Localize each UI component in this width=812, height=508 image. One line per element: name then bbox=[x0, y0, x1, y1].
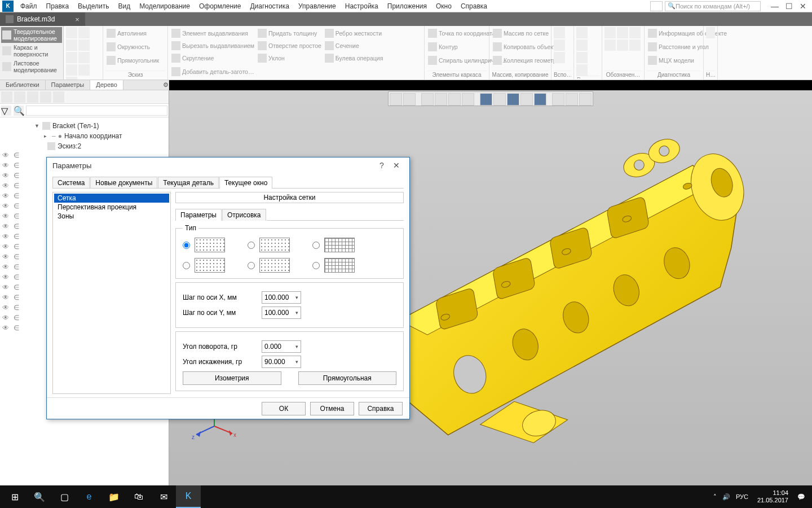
ribbon-btn[interactable] bbox=[66, 27, 77, 38]
tray-chevron-icon[interactable]: ˄ bbox=[713, 493, 717, 501]
angle-dist-select[interactable]: 90.000▾ bbox=[262, 356, 301, 368]
vp-tool[interactable] bbox=[435, 93, 447, 106]
subtab-rendering[interactable]: Отрисовка bbox=[222, 209, 266, 221]
dialog-titlebar[interactable]: Параметры ? ✕ bbox=[47, 157, 409, 173]
search-taskbar-icon[interactable]: 🔍 bbox=[27, 485, 52, 508]
vp-tool[interactable] bbox=[403, 93, 416, 106]
minimize-button[interactable]: — bbox=[771, 2, 779, 11]
subtab-params[interactable]: Параметры bbox=[175, 209, 222, 221]
eye-icon[interactable]: 👁 bbox=[2, 182, 10, 190]
ribbon-btn[interactable] bbox=[66, 77, 77, 80]
eye-icon[interactable]: 👁 bbox=[2, 192, 10, 200]
tree-tool[interactable] bbox=[1, 91, 12, 103]
step-x-select[interactable]: 100.000▾ bbox=[262, 291, 301, 304]
eye-icon[interactable]: 👁 bbox=[2, 233, 10, 240]
close-tab-icon[interactable]: × bbox=[75, 15, 80, 24]
taskbar-clock[interactable]: 11:04 21.05.2017 bbox=[754, 489, 792, 504]
element-icon[interactable]: ∈ bbox=[14, 314, 21, 322]
ribbon-btn[interactable] bbox=[576, 40, 588, 51]
grid-type-4[interactable] bbox=[183, 258, 225, 273]
menu-file[interactable]: Файл bbox=[16, 1, 42, 11]
tab-parameters[interactable]: Параметры bbox=[46, 80, 91, 90]
rectangular-button[interactable]: Прямоугольная bbox=[298, 371, 397, 385]
menu-settings[interactable]: Настройка bbox=[341, 1, 383, 11]
element-icon[interactable]: ∈ bbox=[14, 172, 21, 179]
element-icon[interactable]: ∈ bbox=[14, 212, 21, 220]
ok-button[interactable]: ОК bbox=[262, 402, 306, 415]
cat-perspective[interactable]: Перспективная проекция bbox=[54, 203, 169, 212]
eye-icon[interactable]: 👁 bbox=[2, 263, 10, 271]
element-icon[interactable]: ∈ bbox=[14, 243, 21, 251]
vp-tool[interactable] bbox=[520, 93, 533, 106]
tool-rect[interactable]: Прямоугольник bbox=[105, 54, 160, 67]
help-button[interactable]: Справка bbox=[359, 402, 403, 415]
ribbon-btn[interactable] bbox=[66, 64, 77, 76]
new-doc-icon[interactable] bbox=[650, 1, 663, 11]
vp-tool[interactable] bbox=[566, 93, 578, 106]
cancel-button[interactable]: Отмена bbox=[310, 402, 354, 415]
menu-view[interactable]: Вид bbox=[113, 1, 135, 11]
search-icon[interactable]: 🔍 bbox=[14, 106, 24, 116]
tool-thicken[interactable]: Придать толщину bbox=[257, 27, 323, 40]
tool-draft[interactable]: Уклон bbox=[257, 52, 323, 64]
ribbon-btn[interactable] bbox=[629, 40, 641, 51]
ribbon-btn[interactable] bbox=[66, 52, 77, 63]
eye-icon[interactable]: 👁 bbox=[2, 161, 10, 169]
tray-lang[interactable]: РУС bbox=[736, 493, 748, 500]
eye-icon[interactable]: 👁 bbox=[2, 304, 10, 312]
grid-type-6[interactable] bbox=[312, 258, 355, 273]
mail-icon[interactable]: ✉ bbox=[151, 485, 176, 508]
ribbon-btn[interactable] bbox=[604, 40, 616, 51]
element-icon[interactable]: ∈ bbox=[14, 233, 21, 240]
ribbon-btn[interactable] bbox=[554, 27, 565, 38]
tool-circle[interactable]: Окружность bbox=[105, 41, 160, 53]
element-icon[interactable]: ∈ bbox=[14, 263, 21, 271]
element-icon[interactable]: ∈ bbox=[14, 151, 21, 159]
element-icon[interactable]: ∈ bbox=[14, 283, 21, 291]
ribbon-btn[interactable] bbox=[78, 52, 90, 63]
vp-tool[interactable] bbox=[448, 93, 461, 106]
ribbon-btn[interactable] bbox=[617, 27, 628, 38]
tool-autoline[interactable]: Автолиния bbox=[105, 27, 160, 40]
ribbon-btn[interactable] bbox=[554, 40, 565, 51]
ribbon-btn[interactable] bbox=[78, 64, 90, 76]
tree-tool[interactable] bbox=[40, 91, 51, 103]
command-search[interactable]: 🔍 Поиск по командам (Alt+/) bbox=[665, 1, 761, 11]
filter-icon[interactable]: ▽ bbox=[1, 106, 11, 116]
ribbon-btn[interactable] bbox=[78, 27, 90, 38]
vp-tool[interactable] bbox=[480, 93, 492, 106]
mode-sheet[interactable]: Листовое моделирование bbox=[1, 59, 62, 75]
tab-tree[interactable]: Дерево bbox=[90, 80, 123, 90]
eye-icon[interactable]: 👁 bbox=[2, 314, 10, 322]
element-icon[interactable]: ∈ bbox=[14, 253, 21, 261]
tool-hole[interactable]: Отверстие простое bbox=[257, 40, 323, 52]
menu-edit[interactable]: Правка bbox=[42, 1, 74, 11]
menu-help[interactable]: Справка bbox=[456, 1, 492, 11]
tool-extrude[interactable]: Элемент выдавливания bbox=[170, 27, 255, 40]
explorer-icon[interactable]: 📁 bbox=[102, 485, 126, 508]
tool-fillet[interactable]: Скругление bbox=[170, 52, 255, 64]
ribbon-btn[interactable] bbox=[629, 27, 641, 38]
tool-boolean[interactable]: Булева операция bbox=[324, 52, 384, 64]
ribbon-btn[interactable] bbox=[576, 64, 588, 76]
eye-icon[interactable]: 👁 bbox=[2, 294, 10, 301]
ribbon-btn[interactable] bbox=[66, 40, 77, 51]
panel-settings-icon[interactable]: ⚙ bbox=[157, 80, 169, 90]
cat-zones[interactable]: Зоны bbox=[54, 212, 169, 221]
vp-tool[interactable] bbox=[462, 93, 474, 106]
document-tab[interactable]: Bracket.m3d × bbox=[0, 12, 85, 26]
element-icon[interactable]: ∈ bbox=[14, 304, 21, 312]
menu-window[interactable]: Окно bbox=[431, 1, 456, 11]
eye-icon[interactable]: 👁 bbox=[2, 253, 10, 261]
element-icon[interactable]: ∈ bbox=[14, 202, 21, 210]
ribbon-btn[interactable] bbox=[576, 27, 588, 38]
grid-type-2[interactable] bbox=[248, 238, 290, 252]
element-icon[interactable]: ∈ bbox=[14, 222, 21, 230]
dlg-tab-curpart[interactable]: Текущая деталь bbox=[158, 177, 219, 189]
tool-rib[interactable]: Ребро жесткости bbox=[324, 27, 384, 40]
eye-icon[interactable]: 👁 bbox=[2, 243, 10, 251]
ribbon-btn[interactable] bbox=[576, 52, 588, 63]
vp-tool[interactable] bbox=[507, 93, 519, 106]
tree-tool[interactable] bbox=[27, 91, 38, 103]
store-icon[interactable]: 🛍 bbox=[126, 485, 151, 508]
